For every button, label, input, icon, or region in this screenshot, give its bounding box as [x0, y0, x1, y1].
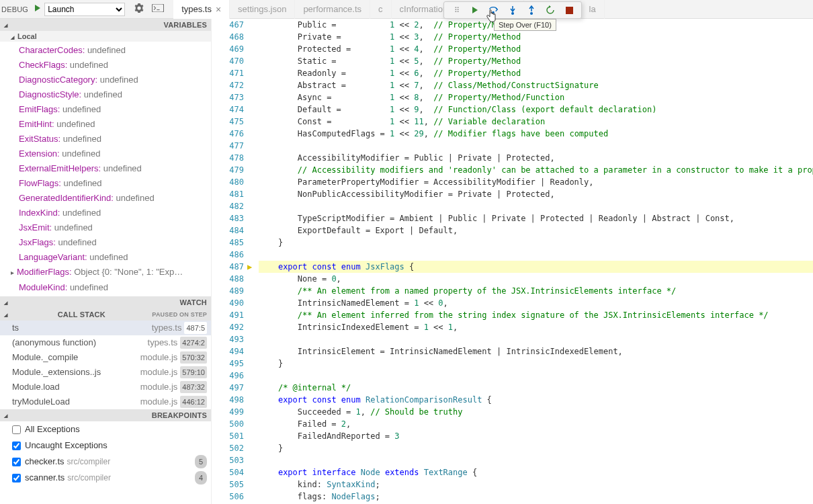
- variable-name: JsxEmit:: [19, 222, 52, 233]
- code-line[interactable]: [259, 200, 813, 212]
- callstack-section-header[interactable]: CALL STACK PAUSED ON STEP: [0, 308, 211, 321]
- code-line[interactable]: }: [259, 237, 813, 249]
- variable-item[interactable]: FlowFlags: undefined: [0, 176, 211, 191]
- variables-section-header[interactable]: VARIABLES: [0, 19, 211, 31]
- watch-section-header[interactable]: WATCH: [0, 296, 211, 308]
- code-line[interactable]: TypeScriptModifier = Ambient | Public | …: [259, 212, 813, 224]
- code-line[interactable]: Const = 1 << 11, // Variable declaration: [259, 116, 813, 128]
- code-line[interactable]: Abstract = 1 << 7, // Class/Method/Const…: [259, 79, 813, 91]
- code-line[interactable]: NonPublicAccessibilityModifier = Private…: [259, 188, 813, 200]
- tab-types-ts[interactable]: types.ts×: [173, 0, 230, 19]
- code-line[interactable]: IntrinsicIndexedElement = 1 << 1,: [259, 321, 813, 333]
- code-line[interactable]: [259, 140, 813, 152]
- variable-item[interactable]: JsxFlags: undefined: [0, 235, 211, 250]
- code-line[interactable]: None = 0,: [259, 273, 813, 285]
- code-line[interactable]: }: [259, 358, 813, 370]
- variable-item[interactable]: EmitFlags: undefined: [0, 102, 211, 117]
- step-over-icon[interactable]: [486, 3, 502, 17]
- code-line[interactable]: Failed = 2,: [259, 418, 813, 430]
- code-line[interactable]: Succeeded = 1, // Should be truthy: [259, 406, 813, 418]
- tab-performance-ts[interactable]: performance.ts: [295, 0, 370, 19]
- breakpoint-checkbox[interactable]: [12, 474, 21, 482]
- tab-settings-json[interactable]: settings.json: [230, 0, 295, 19]
- code-line[interactable]: kind: SyntaxKind;: [259, 478, 813, 491]
- debug-toolbar[interactable]: ⠿: [443, 1, 582, 19]
- variable-item[interactable]: LanguageVariant: undefined: [0, 250, 211, 265]
- breakpoints-section-header[interactable]: BREAKPOINTS: [0, 409, 211, 421]
- variable-item[interactable]: JsxEmit: undefined: [0, 220, 211, 235]
- variable-item[interactable]: ExitStatus: undefined: [0, 132, 211, 146]
- code-line[interactable]: // Accessibility modifiers and 'readonly…: [259, 164, 813, 176]
- stack-frame[interactable]: tstypes.ts487:5: [0, 321, 211, 335]
- variable-item[interactable]: DiagnosticStyle: undefined: [0, 87, 211, 102]
- code-line[interactable]: [259, 249, 813, 261]
- variable-item[interactable]: ExternalEmitHelpers: undefined: [0, 161, 211, 176]
- code-editor[interactable]: 4674684694704714724734744754764774784794…: [212, 19, 813, 504]
- code-line[interactable]: ExportDefault = Export | Default,: [259, 224, 813, 237]
- restart-icon[interactable]: [542, 3, 558, 17]
- stack-frame[interactable]: Module.loadmodule.js487:32: [0, 380, 211, 394]
- code-line[interactable]: /** An element inferred from the string …: [259, 309, 813, 321]
- tab-la[interactable]: la: [581, 0, 605, 19]
- code-line[interactable]: export const enum JsxFlags {: [259, 261, 813, 273]
- code-line[interactable]: [259, 370, 813, 382]
- variable-item[interactable]: IndexKind: undefined: [0, 206, 211, 220]
- code-line[interactable]: Async = 1 << 8, // Property/Method/Funct…: [259, 91, 813, 103]
- code-line[interactable]: flags: NodeFlags;: [259, 491, 813, 503]
- debug-console-icon[interactable]: [152, 4, 164, 14]
- start-debug-icon[interactable]: [34, 4, 42, 14]
- code-line[interactable]: export const enum RelationComparisonResu…: [259, 394, 813, 406]
- breakpoint-checkbox[interactable]: [12, 458, 21, 466]
- code-line[interactable]: Protected = 1 << 4, // Property/Method: [259, 43, 813, 55]
- code-line[interactable]: /* @internal */: [259, 382, 813, 394]
- step-into-icon[interactable]: [505, 3, 521, 17]
- stack-frame[interactable]: Module._compilemodule.js570:32: [0, 350, 211, 365]
- stop-icon[interactable]: [561, 3, 577, 17]
- code-line[interactable]: Static = 1 << 5, // Property/Method: [259, 55, 813, 67]
- code-line[interactable]: }: [259, 442, 813, 454]
- variable-item[interactable]: CharacterCodes: undefined: [0, 43, 211, 58]
- code-line[interactable]: AccessibilityModifier = Public | Private…: [259, 152, 813, 164]
- code-line[interactable]: Private = 1 << 3, // Property/Method: [259, 31, 813, 43]
- launch-config-select[interactable]: Launch: [44, 3, 125, 16]
- code-line[interactable]: [259, 333, 813, 345]
- code-line[interactable]: IntrinsicNamedElement = 1 << 0,: [259, 297, 813, 309]
- breakpoint-checkbox[interactable]: [12, 425, 21, 434]
- step-out-icon[interactable]: [523, 3, 540, 17]
- variable-item[interactable]: ModifierFlags: Object {0: "None", 1: "Ex…: [0, 265, 211, 280]
- breakpoint-item[interactable]: checker.tssrc/compiler5: [0, 454, 211, 470]
- svg-point-2: [492, 11, 495, 14]
- code-content[interactable]: Public = 1 << 2, // Property/Method Priv…: [259, 19, 813, 504]
- code-line[interactable]: Readonly = 1 << 6, // Property/Method: [259, 67, 813, 79]
- variable-item[interactable]: GeneratedIdentifierKind: undefined: [0, 191, 211, 206]
- variable-item[interactable]: Extension: undefined: [0, 146, 211, 161]
- breakpoint-checkbox[interactable]: [12, 442, 21, 450]
- close-icon[interactable]: ×: [216, 4, 221, 15]
- stack-frame[interactable]: tryModuleLoadmodule.js446:12: [0, 394, 211, 409]
- continue-icon[interactable]: [467, 3, 483, 17]
- code-line[interactable]: FailedAndReported = 3: [259, 430, 813, 442]
- gear-icon[interactable]: [134, 3, 144, 15]
- variable-item[interactable]: CheckFlags: undefined: [0, 58, 211, 73]
- local-scope-header[interactable]: Local: [0, 31, 211, 42]
- expand-icon[interactable]: [11, 267, 17, 277]
- code-line[interactable]: HasComputedFlags = 1 << 29, // Modifier …: [259, 128, 813, 140]
- breakpoint-item[interactable]: Uncaught Exceptions: [0, 437, 211, 454]
- variable-item[interactable]: ModuleKind: undefined: [0, 280, 211, 295]
- code-line[interactable]: ParameterPropertyModifier = Accessibilit…: [259, 176, 813, 188]
- code-line[interactable]: /** An element from a named property of …: [259, 285, 813, 297]
- line-number: 500: [212, 418, 244, 430]
- variable-item[interactable]: EmitHint: undefined: [0, 117, 211, 132]
- code-line[interactable]: Default = 1 << 9, // Function/Class (exp…: [259, 103, 813, 116]
- breakpoint-item[interactable]: scanner.tssrc/compiler4: [0, 470, 211, 486]
- drag-handle-icon[interactable]: ⠿: [448, 3, 464, 17]
- code-line[interactable]: IntrinsicElement = IntrinsicNamedElement…: [259, 345, 813, 358]
- stack-frame[interactable]: (anonymous function)types.ts4274:2: [0, 335, 211, 350]
- code-line[interactable]: export interface Node extends TextRange …: [259, 466, 813, 478]
- breakpoint-item[interactable]: All Exceptions: [0, 421, 211, 437]
- code-line[interactable]: [259, 454, 813, 466]
- stack-frame[interactable]: Module._extensions..jsmodule.js579:10: [0, 365, 211, 380]
- variable-item[interactable]: DiagnosticCategory: undefined: [0, 73, 211, 87]
- tab-c[interactable]: c: [370, 0, 392, 19]
- paused-status: PAUSED ON STEP: [152, 311, 207, 318]
